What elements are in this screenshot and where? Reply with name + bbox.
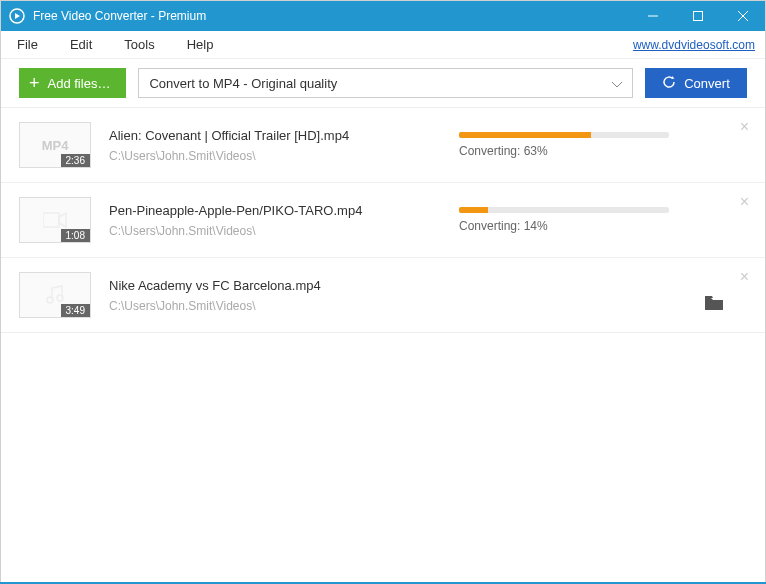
list-item[interactable]: 1:08 Pen-Pineapple-Apple-Pen/PIKO-TARO.m… — [1, 183, 765, 258]
format-selected-label: Convert to MP4 - Original quality — [149, 76, 337, 91]
list-item[interactable]: MP4 2:36 Alien: Covenant | Official Trai… — [1, 108, 765, 183]
file-path: C:\Users\John.Smit\Videos\ — [109, 149, 449, 163]
progress-bar — [459, 132, 669, 138]
folder-icon[interactable] — [705, 296, 723, 314]
duration-badge: 2:36 — [61, 154, 90, 167]
minimize-button[interactable] — [630, 1, 675, 31]
file-name: Nike Academy vs FC Barcelona.mp4 — [109, 278, 449, 293]
progress-bar — [459, 207, 669, 213]
window-title: Free Video Converter - Premium — [33, 9, 630, 23]
output-format-select[interactable]: Convert to MP4 - Original quality — [138, 68, 633, 98]
thumb-label: MP4 — [42, 138, 69, 153]
file-path: C:\Users\John.Smit\Videos\ — [109, 299, 449, 313]
chevron-down-icon — [612, 76, 622, 91]
duration-badge: 3:49 — [61, 304, 90, 317]
app-icon — [9, 8, 25, 24]
plus-icon: + — [29, 73, 40, 94]
file-path: C:\Users\John.Smit\Videos\ — [109, 224, 449, 238]
svg-rect-5 — [43, 213, 59, 227]
menu-file[interactable]: File — [17, 37, 38, 52]
progress-status: Converting: 63% — [459, 144, 747, 158]
svg-rect-2 — [693, 12, 702, 21]
close-button[interactable] — [720, 1, 765, 31]
file-list: MP4 2:36 Alien: Covenant | Official Trai… — [1, 107, 765, 333]
thumbnail: MP4 2:36 — [19, 122, 91, 168]
list-item[interactable]: 3:49 Nike Academy vs FC Barcelona.mp4 C:… — [1, 258, 765, 333]
website-link[interactable]: www.dvdvideosoft.com — [633, 38, 755, 52]
menu-edit[interactable]: Edit — [70, 37, 92, 52]
remove-item-button[interactable]: × — [740, 268, 749, 286]
toolbar: + Add files… Convert to MP4 - Original q… — [1, 59, 765, 107]
maximize-button[interactable] — [675, 1, 720, 31]
menu-help[interactable]: Help — [187, 37, 214, 52]
convert-button[interactable]: Convert — [645, 68, 747, 98]
thumbnail: 3:49 — [19, 272, 91, 318]
menu-tools[interactable]: Tools — [124, 37, 154, 52]
remove-item-button[interactable]: × — [740, 193, 749, 211]
duration-badge: 1:08 — [61, 229, 90, 242]
thumbnail: 1:08 — [19, 197, 91, 243]
remove-item-button[interactable]: × — [740, 118, 749, 136]
file-name: Pen-Pineapple-Apple-Pen/PIKO-TARO.mp4 — [109, 203, 449, 218]
convert-label: Convert — [684, 76, 730, 91]
refresh-icon — [662, 75, 676, 92]
file-name: Alien: Covenant | Official Trailer [HD].… — [109, 128, 449, 143]
add-files-label: Add files… — [48, 76, 111, 91]
add-files-button[interactable]: + Add files… — [19, 68, 126, 98]
progress-status: Converting: 14% — [459, 219, 747, 233]
titlebar: Free Video Converter - Premium — [1, 1, 765, 31]
menubar: File Edit Tools Help www.dvdvideosoft.co… — [1, 31, 765, 59]
